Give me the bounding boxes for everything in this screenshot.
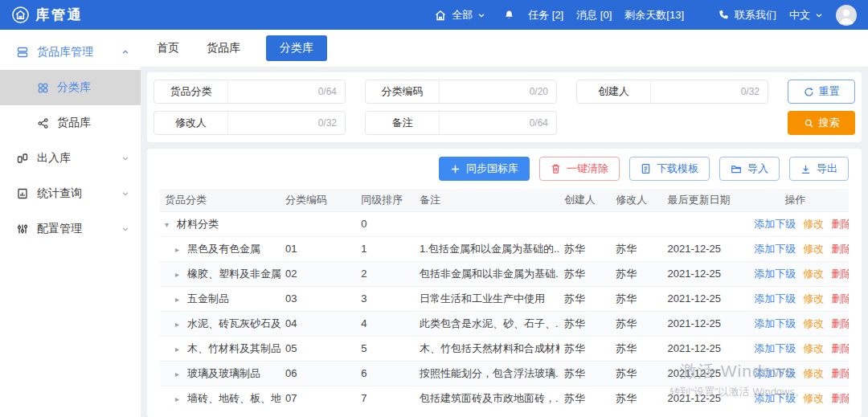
delete-link[interactable]: 删除 [831,268,849,280]
clear-label: 一键清除 [567,161,608,176]
expand-icon[interactable]: ▸ [175,345,187,354]
bell-icon[interactable] [503,9,515,22]
add-child-link[interactable]: 添加下级 [754,392,796,404]
document-icon [641,163,651,174]
template-label: 下载模板 [657,161,698,176]
edit-link[interactable]: 修改 [803,342,824,354]
char-counter: 0/32 [318,117,337,129]
category-grid-icon [37,82,49,94]
sidebar-item-label: 分类库 [57,80,91,95]
add-child-link[interactable]: 添加下级 [754,268,796,280]
reset-button[interactable]: 重置 [788,80,855,104]
phone-icon [718,9,730,21]
edit-link[interactable]: 修改 [803,218,824,230]
avatar[interactable] [836,5,857,26]
note: 日常生活和工业生产中使用 [415,286,559,311]
table-row: ▸玻璃及玻璃制品 06 6 按照性能划分，包含浮法玻璃... 苏华 苏华 202… [160,361,849,386]
expand-icon[interactable]: ▸ [175,370,187,378]
tab-home[interactable]: 首页 [155,35,181,61]
sidebar-item-goods-library[interactable]: 货品库 [0,105,141,141]
statistics-icon [16,187,29,200]
sidebar-item-in-out[interactable]: 出入库 [0,141,141,176]
field-label: 修改人 [154,112,228,134]
sidebar-item-label: 配置管理 [37,222,82,236]
category-code: 01 [280,236,356,261]
edit-link[interactable]: 修改 [803,268,824,280]
add-child-link[interactable]: 添加下级 [754,367,796,379]
expand-icon[interactable]: ▸ [175,320,187,329]
search-button[interactable]: 搜索 [788,111,855,135]
scope-select[interactable]: 全部 [434,8,485,22]
delete-link[interactable]: 删除 [831,317,849,329]
creator-input[interactable]: 0/32 [651,80,768,103]
goods-share-icon [37,117,49,129]
add-child-link[interactable]: 添加下级 [754,243,796,255]
edit-link[interactable]: 修改 [803,292,824,305]
edit-link[interactable]: 修改 [803,367,824,379]
add-child-link[interactable]: 添加下级 [754,292,796,305]
creator: 苏华 [559,286,611,311]
tab-category-library[interactable]: 分类库 [266,35,327,61]
modifier: 苏华 [611,311,662,336]
sidebar-item-warehouse-manage[interactable]: 货品库管理 [0,35,141,70]
category-code: 07 [280,386,356,411]
table-header-row: 货品分类 分类编码 同级排序 备注 创建人 修改人 最后更新日期 操作 [160,189,849,211]
delete-link[interactable]: 删除 [831,342,849,354]
edit-link[interactable]: 修改 [803,392,824,404]
category-name: 墙砖、地砖、板、地毯... [187,392,280,404]
table-row: ▸墙砖、地砖、板、地毯... 07 7 包括建筑面砖及市政地面砖，... 苏华 … [160,386,849,411]
category-name: 玻璃及玻璃制品 [187,367,260,379]
edit-link[interactable]: 修改 [803,317,824,329]
in-out-icon [16,152,29,165]
modifier-input[interactable]: 0/32 [228,112,345,134]
col-category-code: 分类编码 [280,189,356,211]
add-child-link[interactable]: 添加下级 [754,218,796,230]
expand-icon[interactable]: ▸ [175,270,187,279]
chevron-down-icon [815,11,823,19]
updated-date [663,211,743,236]
messages-link[interactable]: 消息 [0] [576,8,612,22]
sidebar-item-configuration[interactable]: 配置管理 [0,211,141,247]
expand-icon[interactable]: ▸ [175,245,187,254]
trash-icon [551,163,561,174]
delete-link[interactable]: 删除 [831,218,849,230]
sibling-order: 6 [356,361,415,386]
note [415,211,559,236]
field-label: 分类编码 [366,80,440,103]
field-category-name: 货品分类 0/64 [154,80,346,104]
category-code: 04 [280,311,356,336]
modifier: 苏华 [611,386,662,411]
category-name-input[interactable]: 0/64 [228,80,345,103]
language-select[interactable]: 中文 [789,8,823,22]
updated-date: 2021-12-25 [663,361,743,386]
export-button[interactable]: 导出 [789,157,849,181]
delete-link[interactable]: 删除 [831,367,849,379]
expand-icon[interactable]: ▸ [175,295,187,304]
sync-national-library-button[interactable]: 同步国标库 [439,157,530,181]
category-code-input[interactable]: 0/20 [440,80,556,103]
creator: 苏华 [559,311,611,336]
sidebar-item-category-library[interactable]: 分类库 [0,70,141,105]
reset-label: 重置 [819,84,840,99]
edit-link[interactable]: 修改 [803,243,824,255]
expand-icon[interactable]: ▾ [165,220,177,229]
note-input[interactable]: 0/64 [440,112,556,134]
tasks-link[interactable]: 任务 [2] [528,8,563,22]
add-child-link[interactable]: 添加下级 [754,317,796,329]
contact-link[interactable]: 联系我们 [718,8,776,22]
tab-goods-library[interactable]: 货品库 [205,35,242,61]
download-template-button[interactable]: 下载模板 [629,157,710,181]
expand-icon[interactable]: ▸ [175,395,187,403]
import-button[interactable]: 导入 [719,157,780,181]
category-name: 橡胶、塑料及非金属材... [187,268,280,280]
add-child-link[interactable]: 添加下级 [754,342,796,354]
clear-all-button[interactable]: 一键清除 [539,157,620,181]
delete-link[interactable]: 删除 [831,392,849,404]
sidebar-item-statistics[interactable]: 统计查询 [0,176,141,211]
delete-link[interactable]: 删除 [831,243,849,255]
col-sibling-order: 同级排序 [356,189,415,211]
delete-link[interactable]: 删除 [831,292,849,305]
table-row: ▸水泥、砖瓦灰砂石及混... 04 4 此类包含是水泥、砂、石子、... 苏华 … [160,311,849,336]
note: 按照性能划分，包含浮法玻璃... [415,361,559,386]
modifier: 苏华 [611,286,662,311]
